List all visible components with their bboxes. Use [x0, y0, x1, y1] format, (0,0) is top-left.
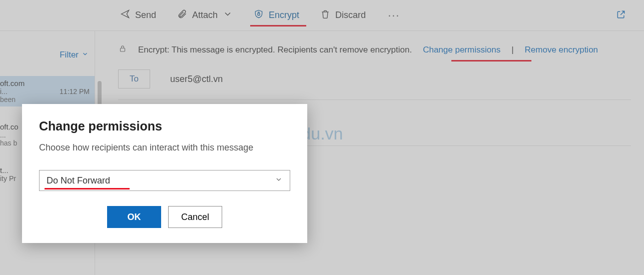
list-item[interactable]: oft.com i...11:12 PM been [0, 76, 95, 106]
to-field-value[interactable]: user5@ctl.vn [170, 74, 223, 84]
overflow-menu[interactable]: ··· [381, 9, 407, 22]
change-permissions-link[interactable]: Change permissions [423, 45, 500, 55]
to-row: To user5@ctl.vn [118, 62, 631, 100]
remove-encryption-link[interactable]: Remove encryption [525, 45, 598, 55]
popout-button[interactable] [616, 10, 635, 22]
annotation-underline-option [45, 188, 130, 190]
chevron-down-icon [223, 9, 233, 22]
svg-rect-0 [258, 13, 260, 15]
trash-icon [320, 9, 330, 22]
permission-select[interactable]: Do Not Forward [39, 170, 290, 191]
svg-rect-1 [121, 48, 125, 52]
separator: | [511, 45, 513, 55]
cancel-button[interactable]: Cancel [168, 206, 222, 228]
paperclip-icon [177, 9, 187, 22]
ok-button[interactable]: OK [107, 206, 161, 228]
chevron-down-icon [275, 176, 283, 186]
attach-label: Attach [192, 10, 218, 20]
chevron-down-icon [82, 50, 89, 60]
send-icon [120, 9, 130, 22]
compose-toolbar: Send Attach Encrypt Discard ··· [0, 0, 644, 31]
send-button[interactable]: Send [114, 6, 162, 24]
dialog-title: Change permissions [39, 119, 290, 134]
discard-button[interactable]: Discard [314, 6, 372, 24]
change-permissions-dialog: Change permissions Choose how recipients… [22, 104, 307, 243]
encryption-status-text: Encrypt: This message is encrypted. Reci… [138, 45, 412, 55]
attach-button[interactable]: Attach [171, 6, 239, 24]
discard-label: Discard [335, 10, 366, 20]
encrypt-button[interactable]: Encrypt [248, 6, 305, 24]
annotation-underline-change-permissions [451, 60, 531, 62]
dialog-description: Choose how recipients can interact with … [39, 142, 290, 153]
annotation-underline-encrypt [250, 25, 306, 26]
filter-label: Filter [60, 50, 79, 60]
filter-button[interactable]: Filter [60, 50, 89, 60]
dialog-buttons: OK Cancel [39, 206, 290, 228]
send-label: Send [135, 10, 156, 20]
shield-icon [254, 9, 264, 22]
to-button[interactable]: To [118, 70, 150, 88]
encryption-infobar: Encrypt: This message is encrypted. Reci… [118, 40, 631, 62]
encrypt-label: Encrypt [269, 10, 299, 20]
lock-icon [118, 44, 127, 56]
permission-select-value: Do Not Forward [47, 176, 110, 186]
popout-icon [616, 12, 626, 21]
